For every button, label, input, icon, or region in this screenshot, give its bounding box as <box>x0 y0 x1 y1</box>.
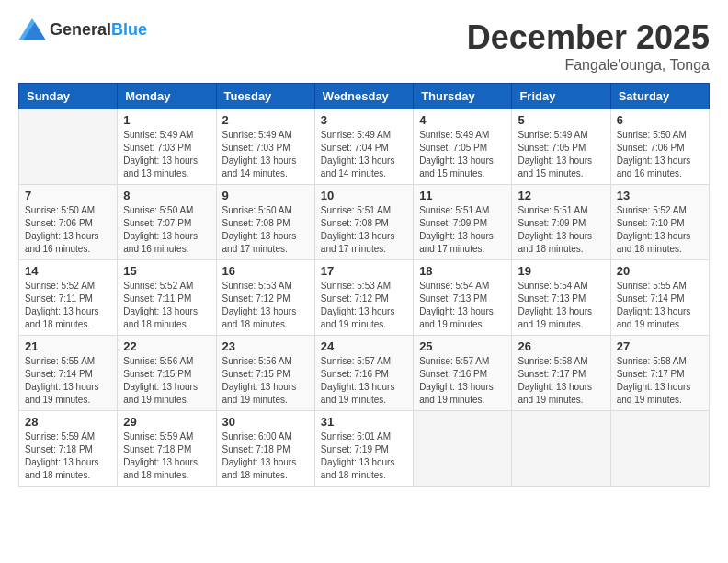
calendar-week-row: 21Sunrise: 5:55 AM Sunset: 7:14 PM Dayli… <box>19 336 710 411</box>
calendar-cell: 18Sunrise: 5:54 AM Sunset: 7:13 PM Dayli… <box>414 260 512 336</box>
day-number: 25 <box>419 339 506 353</box>
day-info: Sunrise: 5:49 AM Sunset: 7:03 PM Dayligh… <box>123 129 210 180</box>
day-number: 31 <box>321 415 407 429</box>
calendar-cell: 5Sunrise: 5:49 AM Sunset: 7:05 PM Daylig… <box>512 109 610 185</box>
day-number: 17 <box>321 264 407 278</box>
day-info: Sunrise: 5:53 AM Sunset: 7:12 PM Dayligh… <box>321 280 407 331</box>
day-info: Sunrise: 5:50 AM Sunset: 7:06 PM Dayligh… <box>617 129 703 180</box>
day-info: Sunrise: 6:00 AM Sunset: 7:18 PM Dayligh… <box>222 431 309 482</box>
calendar-cell: 8Sunrise: 5:50 AM Sunset: 7:07 PM Daylig… <box>118 185 216 260</box>
day-number: 7 <box>25 189 111 202</box>
day-number: 27 <box>617 339 703 353</box>
day-number: 5 <box>518 113 604 127</box>
day-info: Sunrise: 5:59 AM Sunset: 7:18 PM Dayligh… <box>25 431 111 482</box>
calendar-header-row: SundayMondayTuesdayWednesdayThursdayFrid… <box>19 84 710 109</box>
day-info: Sunrise: 5:51 AM Sunset: 7:09 PM Dayligh… <box>419 204 506 256</box>
calendar-cell: 17Sunrise: 5:53 AM Sunset: 7:12 PM Dayli… <box>314 260 413 336</box>
calendar-cell: 19Sunrise: 5:54 AM Sunset: 7:13 PM Dayli… <box>512 260 610 336</box>
calendar-week-row: 7Sunrise: 5:50 AM Sunset: 7:06 PM Daylig… <box>19 185 710 260</box>
day-number: 9 <box>222 189 309 202</box>
calendar-cell: 22Sunrise: 5:56 AM Sunset: 7:15 PM Dayli… <box>118 336 216 411</box>
day-number: 15 <box>123 264 210 278</box>
calendar-week-row: 14Sunrise: 5:52 AM Sunset: 7:11 PM Dayli… <box>19 260 710 336</box>
day-info: Sunrise: 6:01 AM Sunset: 7:19 PM Dayligh… <box>321 431 407 482</box>
calendar-cell: 24Sunrise: 5:57 AM Sunset: 7:16 PM Dayli… <box>314 336 413 411</box>
day-number: 30 <box>222 415 309 429</box>
day-info: Sunrise: 5:52 AM Sunset: 7:10 PM Dayligh… <box>617 204 703 256</box>
day-number: 24 <box>321 339 407 353</box>
day-number: 10 <box>321 189 407 202</box>
day-info: Sunrise: 5:57 AM Sunset: 7:16 PM Dayligh… <box>321 355 407 407</box>
day-info: Sunrise: 5:50 AM Sunset: 7:07 PM Dayligh… <box>123 204 210 256</box>
calendar-cell: 6Sunrise: 5:50 AM Sunset: 7:06 PM Daylig… <box>610 109 709 185</box>
day-of-week-header: Tuesday <box>216 84 314 109</box>
day-number: 16 <box>222 264 309 278</box>
day-number: 14 <box>25 264 111 278</box>
day-number: 6 <box>617 113 703 127</box>
calendar-cell: 1Sunrise: 5:49 AM Sunset: 7:03 PM Daylig… <box>118 109 216 185</box>
calendar-cell: 28Sunrise: 5:59 AM Sunset: 7:18 PM Dayli… <box>19 411 118 487</box>
day-number: 12 <box>518 189 604 202</box>
logo-blue-text: Blue <box>111 20 147 39</box>
day-info: Sunrise: 5:59 AM Sunset: 7:18 PM Dayligh… <box>123 431 210 482</box>
day-number: 8 <box>123 189 210 202</box>
day-of-week-header: Wednesday <box>314 84 413 109</box>
day-number: 21 <box>25 339 111 353</box>
calendar-cell: 27Sunrise: 5:58 AM Sunset: 7:17 PM Dayli… <box>610 336 709 411</box>
day-info: Sunrise: 5:51 AM Sunset: 7:08 PM Dayligh… <box>321 204 407 256</box>
day-of-week-header: Thursday <box>414 84 512 109</box>
calendar-cell: 10Sunrise: 5:51 AM Sunset: 7:08 PM Dayli… <box>314 185 413 260</box>
calendar-week-row: 28Sunrise: 5:59 AM Sunset: 7:18 PM Dayli… <box>19 411 710 487</box>
day-number: 13 <box>617 189 703 202</box>
day-of-week-header: Sunday <box>19 84 118 109</box>
calendar-cell: 13Sunrise: 5:52 AM Sunset: 7:10 PM Dayli… <box>610 185 709 260</box>
day-info: Sunrise: 5:54 AM Sunset: 7:13 PM Dayligh… <box>419 280 506 331</box>
calendar-cell: 20Sunrise: 5:55 AM Sunset: 7:14 PM Dayli… <box>610 260 709 336</box>
title-block: December 2025 Fangale'ounga, Tonga <box>467 18 710 74</box>
calendar-cell <box>512 411 610 487</box>
month-title: December 2025 <box>467 18 710 57</box>
calendar-cell: 26Sunrise: 5:58 AM Sunset: 7:17 PM Dayli… <box>512 336 610 411</box>
day-info: Sunrise: 5:54 AM Sunset: 7:13 PM Dayligh… <box>518 280 604 331</box>
calendar-cell: 16Sunrise: 5:53 AM Sunset: 7:12 PM Dayli… <box>216 260 314 336</box>
logo-general-text: General <box>50 20 111 39</box>
logo-icon <box>18 18 46 40</box>
day-number: 22 <box>123 339 210 353</box>
day-info: Sunrise: 5:58 AM Sunset: 7:17 PM Dayligh… <box>617 355 703 407</box>
day-number: 2 <box>222 113 309 127</box>
day-number: 29 <box>123 415 210 429</box>
calendar-table: SundayMondayTuesdayWednesdayThursdayFrid… <box>18 83 710 487</box>
day-info: Sunrise: 5:55 AM Sunset: 7:14 PM Dayligh… <box>617 280 703 331</box>
calendar-cell: 30Sunrise: 6:00 AM Sunset: 7:18 PM Dayli… <box>216 411 314 487</box>
day-info: Sunrise: 5:56 AM Sunset: 7:15 PM Dayligh… <box>123 355 210 407</box>
day-info: Sunrise: 5:52 AM Sunset: 7:11 PM Dayligh… <box>123 280 210 331</box>
day-info: Sunrise: 5:55 AM Sunset: 7:14 PM Dayligh… <box>25 355 111 407</box>
calendar-cell: 3Sunrise: 5:49 AM Sunset: 7:04 PM Daylig… <box>314 109 413 185</box>
day-number: 20 <box>617 264 703 278</box>
calendar-cell <box>610 411 709 487</box>
day-info: Sunrise: 5:57 AM Sunset: 7:16 PM Dayligh… <box>419 355 506 407</box>
calendar-cell: 23Sunrise: 5:56 AM Sunset: 7:15 PM Dayli… <box>216 336 314 411</box>
day-info: Sunrise: 5:50 AM Sunset: 7:06 PM Dayligh… <box>25 204 111 256</box>
day-number: 23 <box>222 339 309 353</box>
logo: GeneralBlue <box>18 18 147 40</box>
day-info: Sunrise: 5:49 AM Sunset: 7:05 PM Dayligh… <box>419 129 506 180</box>
day-info: Sunrise: 5:51 AM Sunset: 7:09 PM Dayligh… <box>518 204 604 256</box>
page-header: GeneralBlue December 2025 Fangale'ounga,… <box>18 18 710 74</box>
calendar-cell: 15Sunrise: 5:52 AM Sunset: 7:11 PM Dayli… <box>118 260 216 336</box>
calendar-cell: 11Sunrise: 5:51 AM Sunset: 7:09 PM Dayli… <box>414 185 512 260</box>
day-info: Sunrise: 5:49 AM Sunset: 7:03 PM Dayligh… <box>222 129 309 180</box>
day-number: 19 <box>518 264 604 278</box>
calendar-cell: 2Sunrise: 5:49 AM Sunset: 7:03 PM Daylig… <box>216 109 314 185</box>
day-info: Sunrise: 5:56 AM Sunset: 7:15 PM Dayligh… <box>222 355 309 407</box>
day-info: Sunrise: 5:53 AM Sunset: 7:12 PM Dayligh… <box>222 280 309 331</box>
location-title: Fangale'ounga, Tonga <box>467 57 710 74</box>
day-info: Sunrise: 5:49 AM Sunset: 7:05 PM Dayligh… <box>518 129 604 180</box>
day-of-week-header: Saturday <box>610 84 709 109</box>
day-number: 1 <box>123 113 210 127</box>
day-info: Sunrise: 5:52 AM Sunset: 7:11 PM Dayligh… <box>25 280 111 331</box>
day-of-week-header: Monday <box>118 84 216 109</box>
day-number: 28 <box>25 415 111 429</box>
day-number: 11 <box>419 189 506 202</box>
calendar-cell: 14Sunrise: 5:52 AM Sunset: 7:11 PM Dayli… <box>19 260 118 336</box>
